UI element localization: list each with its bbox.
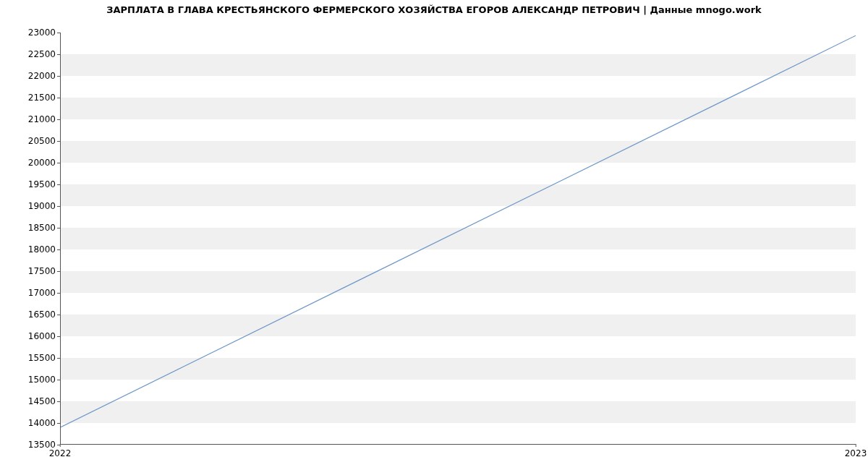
data-line bbox=[61, 35, 856, 427]
x-tick-label: 2022 bbox=[49, 448, 72, 458]
y-tick-label: 22000 bbox=[20, 71, 56, 81]
y-tick-label: 18500 bbox=[20, 223, 56, 233]
x-tick-label: 2023 bbox=[845, 448, 867, 458]
y-tick-label: 15500 bbox=[20, 353, 56, 363]
chart-container: ЗАРПЛАТА В ГЛАВА КРЕСТЬЯНСКОГО ФЕРМЕРСКО… bbox=[0, 0, 868, 470]
y-tick-label: 17500 bbox=[20, 266, 56, 276]
y-tick-label: 16500 bbox=[20, 309, 56, 320]
plot-area bbox=[60, 33, 856, 445]
y-tick-label: 18000 bbox=[20, 244, 56, 255]
y-tick-label: 16000 bbox=[20, 331, 56, 341]
y-tick-label: 21500 bbox=[20, 93, 56, 103]
y-tick-label: 14000 bbox=[20, 418, 56, 428]
chart-title: ЗАРПЛАТА В ГЛАВА КРЕСТЬЯНСКОГО ФЕРМЕРСКО… bbox=[0, 4, 868, 15]
y-tick-label: 20000 bbox=[20, 158, 56, 168]
y-tick-label: 19000 bbox=[20, 201, 56, 211]
y-tick-label: 23000 bbox=[20, 27, 56, 38]
y-tick-label: 15000 bbox=[20, 375, 56, 385]
y-tick-label: 19500 bbox=[20, 179, 56, 189]
y-tick-label: 14500 bbox=[20, 396, 56, 406]
y-tick-label: 21000 bbox=[20, 114, 56, 124]
y-tick-label: 22500 bbox=[20, 49, 56, 59]
y-tick-label: 20500 bbox=[20, 136, 56, 146]
y-tick-label: 17000 bbox=[20, 288, 56, 298]
